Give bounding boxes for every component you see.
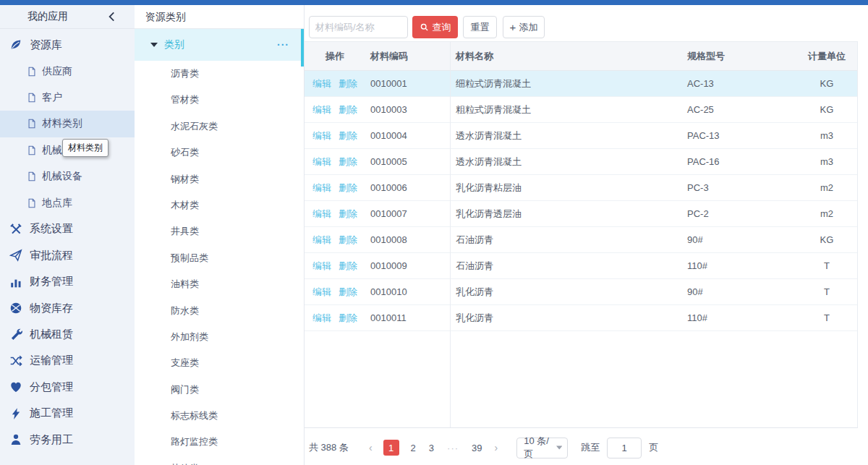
table-row[interactable]: 编辑删除 0010008 石油沥青 90# KG bbox=[305, 227, 857, 253]
jump-label: 跳至 bbox=[581, 441, 600, 454]
delete-link[interactable]: 删除 bbox=[339, 312, 357, 323]
prev-page-icon[interactable]: ‹ bbox=[369, 442, 373, 453]
pagination-bar: 共 388 条 ‹ 1 2 3 ··· 39 › 10 条/页 跳至 页 bbox=[309, 438, 658, 458]
sidebar-item-labor[interactable]: 劳务用工 bbox=[0, 427, 135, 453]
table-row[interactable]: 编辑删除 0010004 透水沥青混凝土 PAC-13 m3 bbox=[305, 123, 857, 149]
cell-name: 石油沥青 bbox=[450, 234, 676, 247]
sidebar-item-customers[interactable]: 客户 bbox=[0, 85, 135, 111]
tree-scrollbar-thumb[interactable] bbox=[301, 29, 304, 67]
delete-link[interactable]: 删除 bbox=[339, 286, 357, 297]
page-button[interactable]: 3 bbox=[429, 443, 434, 453]
delete-link[interactable]: 删除 bbox=[339, 104, 357, 115]
page-button[interactable]: 39 bbox=[472, 443, 482, 453]
edit-link[interactable]: 编辑 bbox=[312, 234, 331, 245]
cell-spec: PAC-13 bbox=[676, 130, 796, 141]
sidebar-item-approval-flow[interactable]: 审批流程 bbox=[0, 242, 135, 268]
sidebar-item-suppliers[interactable]: 供应商 bbox=[0, 58, 135, 84]
tree-item[interactable]: 钢材类 bbox=[135, 166, 304, 192]
tree-item[interactable]: 外加剂类 bbox=[135, 324, 304, 350]
sidebar-item-material-inventory[interactable]: 物资库存 bbox=[0, 295, 135, 321]
search-input[interactable] bbox=[309, 16, 408, 38]
sidebar-item-material-category[interactable]: 材料类别 bbox=[0, 111, 135, 137]
edit-link[interactable]: 编辑 bbox=[312, 78, 331, 89]
sidebar-item-machine-equipment[interactable]: 机械设备 bbox=[0, 163, 135, 189]
plus-icon: + bbox=[510, 21, 516, 33]
tree-item[interactable]: 标志标线类 bbox=[135, 403, 304, 429]
sidebar-item-transport[interactable]: 运输管理 bbox=[0, 348, 135, 374]
tree-item[interactable]: 预制品类 bbox=[135, 245, 304, 271]
sidebar-item-system-settings[interactable]: 系统设置 bbox=[0, 216, 135, 242]
cell-unit: m2 bbox=[796, 208, 858, 219]
cell-name: 乳化沥青透层油 bbox=[450, 208, 676, 221]
table-row[interactable]: 编辑删除 0010010 乳化沥青 90# T bbox=[305, 279, 857, 305]
cell-spec: 110# bbox=[676, 260, 796, 271]
tree-item[interactable]: 井具类 bbox=[135, 218, 304, 244]
table-row[interactable]: 编辑删除 0010009 石油沥青 110# T bbox=[305, 253, 857, 279]
sidebar-item-label: 材料类别 bbox=[42, 117, 82, 130]
top-accent-bar bbox=[0, 0, 868, 5]
tree-item[interactable]: 木材类 bbox=[135, 192, 304, 218]
edit-link[interactable]: 编辑 bbox=[312, 130, 331, 141]
cell-code: 0010005 bbox=[365, 156, 450, 167]
edit-link[interactable]: 编辑 bbox=[312, 286, 331, 297]
table-row[interactable]: 编辑删除 0010005 透水沥青混凝土 PAC-16 m3 bbox=[305, 149, 857, 175]
cell-code: 0010010 bbox=[365, 286, 450, 297]
edit-link[interactable]: 编辑 bbox=[312, 182, 331, 193]
delete-link[interactable]: 删除 bbox=[339, 208, 357, 219]
cell-unit: T bbox=[796, 312, 858, 323]
tree-item[interactable]: 水泥石灰类 bbox=[135, 114, 304, 140]
add-button[interactable]: + 添加 bbox=[503, 16, 545, 38]
main-content: 查询 重置 + 添加 操作 材料编码 材料名称 规格型号 计量单位 编辑删除 0… bbox=[305, 5, 868, 465]
edit-link[interactable]: 编辑 bbox=[312, 156, 331, 167]
tree-item[interactable]: 沥青类 bbox=[135, 61, 304, 87]
query-button[interactable]: 查询 bbox=[412, 16, 458, 38]
app-sidebar: 我的应用 资源库 供应商 客户 材料类别 bbox=[0, 5, 135, 465]
sidebar-item-resource-library[interactable]: 资源库 bbox=[0, 32, 135, 58]
tree-item[interactable]: 支座类 bbox=[135, 350, 304, 376]
reset-button[interactable]: 重置 bbox=[463, 16, 497, 38]
shuffle-icon bbox=[9, 354, 22, 367]
wrench-icon bbox=[9, 328, 22, 341]
tree-item[interactable]: 阀门类 bbox=[135, 377, 304, 403]
tree-item[interactable]: 砂石类 bbox=[135, 140, 304, 166]
edit-link[interactable]: 编辑 bbox=[312, 260, 331, 271]
sidebar-item-construction[interactable]: 施工管理 bbox=[0, 400, 135, 426]
category-panel: 资源类别 类别 ··· 沥青类 管材类 水泥石灰类 砂石类 钢材类 木材类 井具… bbox=[135, 5, 305, 465]
sidebar-item-finance[interactable]: 财务管理 bbox=[0, 269, 135, 295]
table-row[interactable]: 编辑删除 0010001 细粒式沥青混凝土 AC-13 KG bbox=[305, 71, 857, 97]
page-size-select[interactable]: 10 条/页 bbox=[516, 438, 568, 458]
jump-page-input[interactable] bbox=[607, 438, 642, 458]
cell-unit: T bbox=[796, 260, 858, 271]
page-button[interactable]: 2 bbox=[411, 443, 416, 453]
delete-link[interactable]: 删除 bbox=[339, 78, 357, 89]
table-row[interactable]: 编辑删除 0010011 乳化沥青 110# T bbox=[305, 305, 857, 331]
delete-link[interactable]: 删除 bbox=[339, 182, 357, 193]
table-row[interactable]: 编辑删除 0010003 粗粒式沥青混凝土 AC-25 KG bbox=[305, 97, 857, 123]
table-row[interactable]: 编辑删除 0010006 乳化沥青粘层油 PC-3 m2 bbox=[305, 175, 857, 201]
caret-down-icon[interactable] bbox=[150, 43, 158, 47]
delete-link[interactable]: 删除 bbox=[339, 156, 357, 167]
sidebar-item-location-library[interactable]: 地点库 bbox=[0, 189, 135, 216]
cell-spec: PAC-16 bbox=[676, 156, 796, 167]
next-page-icon[interactable]: › bbox=[495, 442, 498, 453]
cell-code: 0010007 bbox=[365, 208, 450, 219]
page-button-active[interactable]: 1 bbox=[383, 440, 399, 456]
sidebar-item-machine-rental[interactable]: 机械租赁 bbox=[0, 321, 135, 347]
table-row[interactable]: 编辑删除 0010007 乳化沥青透层油 PC-2 m2 bbox=[305, 201, 857, 227]
tree-item[interactable]: 管材类 bbox=[135, 87, 304, 113]
edit-link[interactable]: 编辑 bbox=[312, 312, 331, 323]
sidebar-item-subcontract[interactable]: 分包管理 bbox=[0, 374, 135, 400]
tree-item[interactable]: 油料类 bbox=[135, 271, 304, 297]
collapse-icon[interactable] bbox=[106, 10, 119, 23]
tree-item[interactable]: 防水类 bbox=[135, 298, 304, 324]
tree-item[interactable]: 路灯监控类 bbox=[135, 429, 304, 455]
tree-item[interactable]: 其他类 bbox=[135, 456, 304, 465]
more-icon[interactable]: ··· bbox=[277, 39, 289, 51]
cell-name: 乳化沥青粘层油 bbox=[450, 182, 676, 195]
tree-root-node[interactable]: 类别 ··· bbox=[135, 29, 304, 61]
delete-link[interactable]: 删除 bbox=[339, 130, 357, 141]
edit-link[interactable]: 编辑 bbox=[312, 208, 331, 219]
delete-link[interactable]: 删除 bbox=[339, 234, 357, 245]
edit-link[interactable]: 编辑 bbox=[312, 104, 331, 115]
delete-link[interactable]: 删除 bbox=[339, 260, 357, 271]
